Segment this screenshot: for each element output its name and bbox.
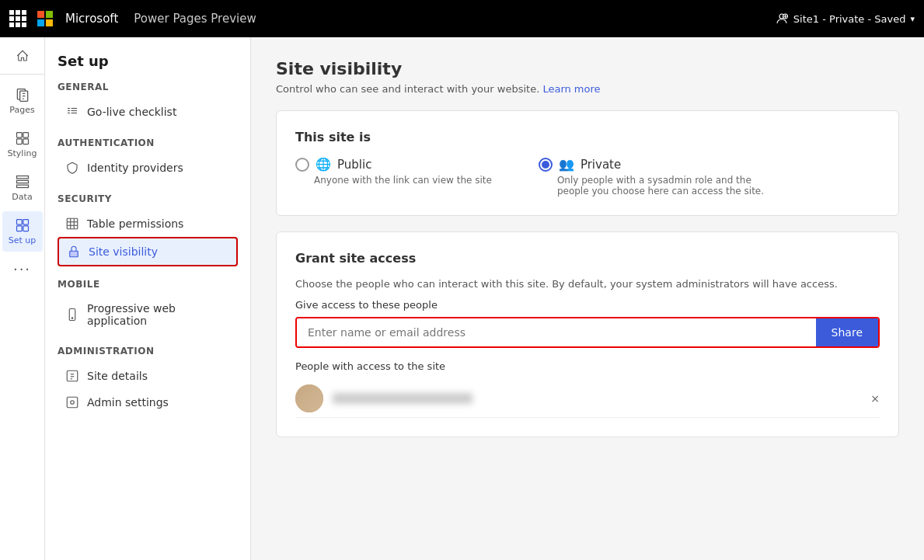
svg-point-34 [71,401,75,405]
pages-label: Pages [9,105,34,115]
grant-access-title: Grant site access [295,251,880,266]
svg-point-28 [71,318,73,319]
home-icon [16,49,30,63]
svg-rect-9 [16,180,28,183]
people-section-label: People with access to the site [295,360,880,372]
topbar-title: Power Pages Preview [134,12,256,26]
svg-rect-12 [23,220,28,225]
more-button[interactable]: ··· [13,261,31,277]
svg-rect-10 [16,185,28,187]
admin-settings-icon [65,395,79,409]
svg-rect-13 [16,226,22,231]
data-label: Data [12,192,32,202]
section-authentication: Authentication [58,137,238,148]
sidebar-item-go-live[interactable]: Go-live checklist [58,99,238,125]
section-mobile: Mobile [58,279,238,290]
section-security: Security [58,193,238,204]
data-icon [15,174,30,190]
sidebar-title: Set up [58,53,238,69]
microsoft-logo [37,11,53,26]
microsoft-label: Microsoft [65,12,118,26]
sidebar-item-setup[interactable]: Set up [2,211,43,252]
svg-rect-14 [23,226,28,231]
grant-access-subtitle: Choose the people who can interact with … [295,278,880,290]
public-radio[interactable] [295,158,309,172]
sidebar-item-pages[interactable]: Pages [2,81,43,121]
chevron-down-icon: ▾ [910,14,915,24]
svg-rect-4 [16,133,22,138]
page-subtitle: Control who can see and interact with yo… [276,83,899,95]
mobile-icon [65,308,79,322]
access-input-row: Share [295,317,880,348]
person-row: × [295,380,880,418]
home-button[interactable] [0,37,45,75]
pages-icon [15,87,30,103]
table-permissions-label: Table permissions [87,217,183,230]
sidebar-item-site-visibility[interactable]: Site visibility [58,237,238,266]
give-access-label: Give access to these people [295,299,880,311]
section-administration: Administration [58,346,238,357]
svg-rect-11 [16,220,22,225]
site-icon [775,12,789,26]
svg-rect-6 [16,139,22,144]
sidebar-item-styling[interactable]: Styling [2,124,43,165]
list-icon [65,105,79,119]
setup-icon [15,217,30,233]
private-label: Private [581,158,621,172]
shield-icon [65,161,79,175]
site-info[interactable]: Site1 - Private - Saved ▾ [775,12,915,26]
section-general: General [58,82,238,92]
name-email-input[interactable] [297,318,816,346]
svg-rect-33 [67,397,78,408]
sidebar-item-admin-settings[interactable]: Admin settings [58,389,238,416]
topbar: Microsoft Power Pages Preview Site1 - Pr… [0,0,924,37]
pwa-label: Progressive web application [87,302,230,327]
visibility-radio-group: 🌐 Public Anyone with the link can view t… [295,157,880,197]
styling-label: Styling [8,148,37,158]
share-button[interactable]: Share [816,318,878,346]
learn-more-link[interactable]: Learn more [542,83,600,95]
person-name-blurred [333,393,472,404]
main-content: Site visibility Control who can see and … [251,37,924,560]
sidebar-item-table-permissions[interactable]: Table permissions [58,210,238,237]
site-visibility-label: Site visibility [89,245,158,258]
styling-icon [15,130,30,146]
globe-icon: 🌐 [316,157,331,172]
public-label: Public [337,158,371,172]
private-desc: Only people with a sysadmin role and the… [539,175,772,197]
public-option[interactable]: 🌐 Public Anyone with the link can view t… [295,157,492,186]
person-avatar [295,384,323,412]
svg-rect-26 [70,251,78,257]
sidebar-item-data[interactable]: Data [2,168,43,208]
public-desc: Anyone with the link can view the site [295,175,492,186]
info-icon [65,369,79,383]
admin-settings-label: Admin settings [87,396,169,409]
identity-providers-label: Identity providers [87,162,183,174]
secondary-sidebar: Set up General Go-live checklist Authent… [45,37,251,560]
table-icon [65,217,79,231]
apps-icon[interactable] [9,10,26,27]
private-radio[interactable] [539,158,553,172]
svg-rect-21 [67,218,78,229]
site-details-label: Site details [87,370,148,382]
svg-rect-7 [23,139,28,144]
go-live-label: Go-live checklist [87,106,176,118]
site-visibility-card: This site is 🌐 Public Anyone with the li… [276,110,899,216]
svg-rect-8 [16,176,28,179]
sidebar-item-site-details[interactable]: Site details [58,363,238,389]
svg-rect-5 [23,133,28,138]
page-title: Site visibility [276,59,899,78]
remove-person-button[interactable]: × [870,392,880,405]
site-info-label: Site1 - Private - Saved [793,13,906,25]
sidebar-item-pwa[interactable]: Progressive web application [58,296,238,333]
people-icon: 👥 [559,157,574,172]
left-sidebar: Pages Styling Data Set up ··· [0,75,45,560]
private-option[interactable]: 👥 Private Only people with a sysadmin ro… [539,157,772,197]
svg-rect-29 [67,370,78,381]
sidebar-item-identity[interactable]: Identity providers [58,155,238,181]
lock-icon [67,245,81,259]
this-site-is-label: This site is [295,130,880,144]
setup-label: Set up [9,235,37,245]
grant-access-card: Grant site access Choose the people who … [276,231,899,437]
